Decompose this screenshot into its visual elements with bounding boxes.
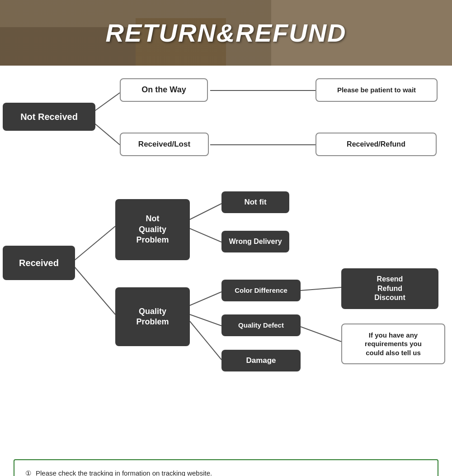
svg-line-5 <box>75 267 115 314</box>
page-title: RETURN&REFUND <box>105 18 346 48</box>
please-wait-node: Please be patient to wait <box>315 78 438 102</box>
svg-line-9 <box>190 314 221 326</box>
note-text-1: Please check the tracking in formation o… <box>36 468 212 476</box>
received-refund-node: Received/Refund <box>315 133 437 156</box>
not-quality-problem-node: Not Quality Problem <box>115 199 190 260</box>
color-difference-node: Color Difference <box>221 280 301 301</box>
note-num-1: ① <box>25 468 31 476</box>
damage-node: Damage <box>221 350 301 371</box>
wrong-delivery-node: Wrong Delivery <box>221 231 289 252</box>
diagram-area: Not Received On the Way Received/Lost Pl… <box>0 66 452 450</box>
svg-line-12 <box>301 327 341 342</box>
received-node: Received <box>3 246 75 280</box>
notes-box: ① Please check the tracking in formation… <box>14 459 438 476</box>
svg-line-8 <box>190 292 221 305</box>
resend-options-node: Resend Refund Discount <box>341 268 438 309</box>
svg-line-10 <box>190 321 221 360</box>
not-received-node: Not Received <box>3 103 95 131</box>
on-the-way-node: On the Way <box>120 78 208 102</box>
received-lost-node: Received/Lost <box>120 133 209 156</box>
svg-line-6 <box>190 204 221 219</box>
quality-problem-node: Quality Problem <box>115 287 190 346</box>
svg-line-7 <box>190 228 221 242</box>
any-requirements-node: If you have any requirements you could a… <box>341 324 445 364</box>
svg-line-11 <box>301 287 341 290</box>
page-header: RETURN&REFUND <box>0 0 452 66</box>
note-item-1: ① Please check the tracking in formation… <box>25 468 427 476</box>
quality-defect-node: Quality Defect <box>221 314 301 336</box>
not-fit-node: Not fit <box>221 191 289 213</box>
svg-line-4 <box>75 226 115 260</box>
